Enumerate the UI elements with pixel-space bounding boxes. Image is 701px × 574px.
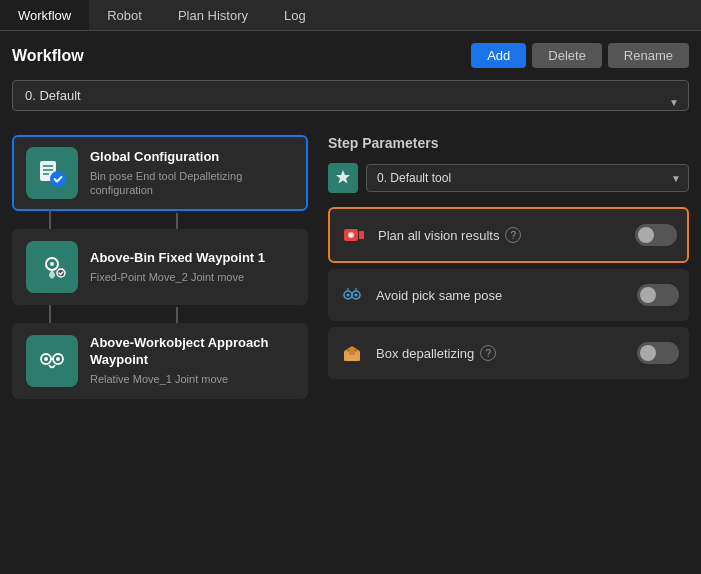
step-info-above-workobject: Above-Workobject Approach Waypoint Relat…	[90, 335, 294, 386]
svg-point-19	[355, 294, 358, 297]
param-row-plan-vision: Plan all vision results ?	[328, 207, 689, 263]
workflow-select-wrapper: 0. Default	[12, 80, 689, 123]
toggle-plan-vision-slider	[635, 224, 677, 246]
step-icon-above-bin	[26, 241, 78, 293]
param-row-avoid-pick: Avoid pick same pose	[328, 269, 689, 321]
param-label-box-depalletizing: Box depalletizing ?	[376, 345, 627, 361]
step-name-global-config: Global Configuration	[90, 149, 294, 166]
param-icon-avoid-pick	[338, 281, 366, 309]
step-desc-global-config: Bin pose End tool Depalletizing configur…	[90, 169, 294, 198]
help-icon-box-depalletizing[interactable]: ?	[480, 345, 496, 361]
tool-select-wrapper: 0. Default tool	[366, 164, 689, 192]
page-title: Workflow	[12, 47, 84, 65]
svg-point-7	[57, 269, 65, 277]
tab-workflow[interactable]: Workflow	[0, 0, 89, 30]
step-desc-above-workobject: Relative Move_1 Joint move	[90, 372, 294, 386]
svg-rect-23	[349, 351, 355, 355]
toggle-avoid-pick[interactable]	[637, 284, 679, 306]
svg-point-9	[44, 357, 48, 361]
svg-point-14	[350, 234, 353, 237]
tab-plan-history[interactable]: Plan History	[160, 0, 266, 30]
workflow-select[interactable]: 0. Default	[12, 80, 689, 111]
tab-bar: Workflow Robot Plan History Log	[0, 0, 701, 31]
help-icon-plan-vision[interactable]: ?	[505, 227, 521, 243]
main-container: Workflow Add Delete Rename 0. Default	[0, 31, 701, 574]
tool-icon	[328, 163, 358, 193]
tab-log[interactable]: Log	[266, 0, 324, 30]
toggle-plan-vision[interactable]	[635, 224, 677, 246]
rename-button[interactable]: Rename	[608, 43, 689, 68]
step-desc-above-bin: Fixed-Point Move_2 Joint move	[90, 270, 294, 284]
param-label-avoid-pick: Avoid pick same pose	[376, 288, 627, 303]
svg-point-6	[50, 262, 54, 266]
content-area: Global Configuration Bin pose End tool D…	[12, 135, 689, 574]
params-title: Step Parameters	[328, 135, 689, 151]
step-icon-global-config	[26, 147, 78, 199]
step-card-above-bin[interactable]: Above-Bin Fixed Waypoint 1 Fixed-Point M…	[12, 229, 308, 305]
step-card-global-config[interactable]: Global Configuration Bin pose End tool D…	[12, 135, 308, 211]
svg-rect-15	[359, 231, 364, 239]
tab-log-label: Log	[284, 8, 306, 23]
step-icon-above-workobject	[26, 335, 78, 387]
toggle-avoid-pick-slider	[637, 284, 679, 306]
svg-point-4	[50, 171, 66, 187]
tab-plan-history-label: Plan History	[178, 8, 248, 23]
tool-select[interactable]: 0. Default tool	[366, 164, 689, 192]
steps-panel: Global Configuration Bin pose End tool D…	[12, 135, 312, 574]
toggle-box-depalletizing[interactable]	[637, 342, 679, 364]
svg-point-11	[56, 357, 60, 361]
add-button[interactable]: Add	[471, 43, 526, 68]
toggle-box-depalletizing-slider	[637, 342, 679, 364]
delete-button[interactable]: Delete	[532, 43, 602, 68]
param-icon-box-depalletizing	[338, 339, 366, 367]
tool-selector-row: 0. Default tool	[328, 163, 689, 193]
header-row: Workflow Add Delete Rename	[12, 43, 689, 68]
step-name-above-bin: Above-Bin Fixed Waypoint 1	[90, 250, 294, 267]
param-row-box-depalletizing: Box depalletizing ?	[328, 327, 689, 379]
header-buttons: Add Delete Rename	[471, 43, 689, 68]
step-name-above-workobject: Above-Workobject Approach Waypoint	[90, 335, 294, 369]
tab-workflow-label: Workflow	[18, 8, 71, 23]
step-info-global-config: Global Configuration Bin pose End tool D…	[90, 149, 294, 197]
step-card-above-workobject[interactable]: Above-Workobject Approach Waypoint Relat…	[12, 323, 308, 399]
svg-point-17	[347, 294, 350, 297]
step-info-above-bin: Above-Bin Fixed Waypoint 1 Fixed-Point M…	[90, 250, 294, 284]
params-panel: Step Parameters 0. Default tool	[312, 135, 689, 574]
param-icon-plan-vision	[340, 221, 368, 249]
tab-robot[interactable]: Robot	[89, 0, 160, 30]
tab-robot-label: Robot	[107, 8, 142, 23]
param-label-plan-vision: Plan all vision results ?	[378, 227, 625, 243]
